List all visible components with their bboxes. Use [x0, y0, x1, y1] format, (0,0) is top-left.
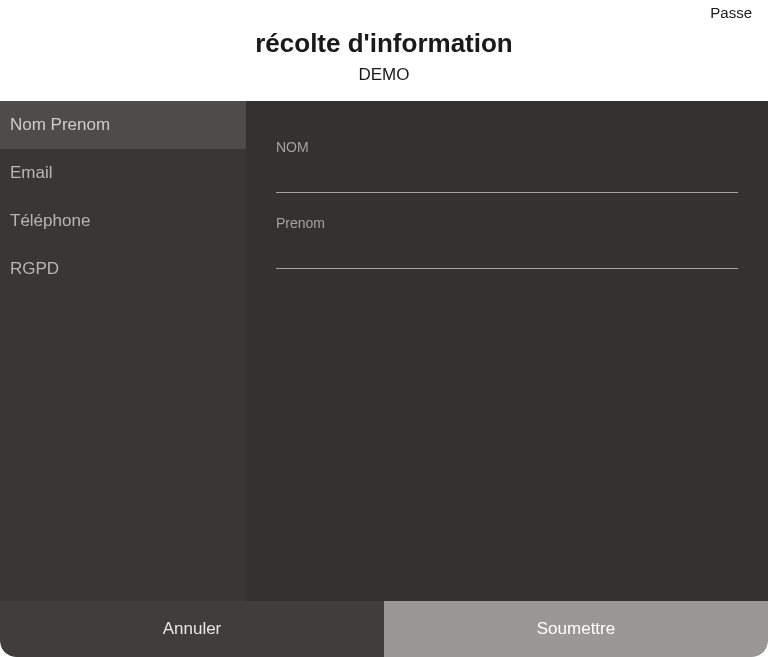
- page-title: récolte d'information: [0, 28, 768, 59]
- sidebar-item-telephone[interactable]: Téléphone: [0, 197, 246, 245]
- nom-input[interactable]: [276, 161, 738, 193]
- submit-button[interactable]: Soumettre: [384, 601, 768, 657]
- field-label-nom: NOM: [276, 139, 738, 155]
- field-group-nom: NOM: [276, 139, 738, 193]
- prenom-input[interactable]: [276, 237, 738, 269]
- main-panel: NOM Prenom: [246, 101, 768, 601]
- cancel-button[interactable]: Annuler: [0, 601, 384, 657]
- skip-link[interactable]: Passe: [710, 4, 752, 21]
- sidebar: Nom Prenom Email Téléphone RGPD: [0, 101, 246, 601]
- field-group-prenom: Prenom: [276, 215, 738, 269]
- body-region: Nom Prenom Email Téléphone RGPD NOM Pren…: [0, 101, 768, 601]
- sidebar-item-email[interactable]: Email: [0, 149, 246, 197]
- field-label-prenom: Prenom: [276, 215, 738, 231]
- sidebar-item-rgpd[interactable]: RGPD: [0, 245, 246, 293]
- header: Passe récolte d'information DEMO: [0, 0, 768, 101]
- sidebar-item-nom-prenom[interactable]: Nom Prenom: [0, 101, 246, 149]
- page-subtitle: DEMO: [0, 65, 768, 85]
- footer: Annuler Soumettre: [0, 601, 768, 657]
